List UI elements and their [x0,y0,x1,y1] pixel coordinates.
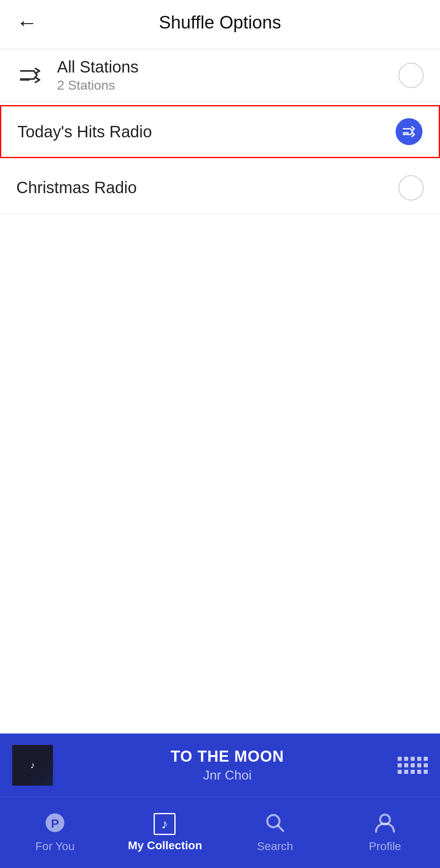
nav-item-search[interactable]: Search [220,797,330,868]
christmas-radio-label: Christmas Radio [16,178,398,197]
list-item-all-stations[interactable]: All Stations 2 Stations [0,49,440,102]
all-stations-radio[interactable] [398,63,424,88]
my-collection-label: My Collection [128,839,202,852]
christmas-radio-radio[interactable] [398,175,424,200]
page-title: Shuffle Options [159,12,281,33]
profile-label: Profile [369,840,401,853]
back-button[interactable]: ← [16,12,37,33]
search-label: Search [257,840,293,853]
now-playing-title: TO THE MOON [65,748,389,765]
nav-item-profile[interactable]: Profile [330,797,440,868]
todays-hits-text: Today's Hits Radio [18,123,396,141]
header: ← Shuffle Options [0,0,440,45]
equalizer-icon [398,757,428,774]
for-you-icon: P [44,812,66,837]
list-item-todays-hits[interactable]: Today's Hits Radio [0,105,440,158]
search-icon [264,812,286,837]
now-playing-bar[interactable]: ♪ TO THE MOON Jnr Choi [0,734,440,797]
shuffle-all-icon [16,64,45,87]
all-stations-label: All Stations [57,58,398,76]
thumb-icon: ♪ [31,760,35,771]
todays-hits-radio[interactable] [396,118,422,145]
profile-icon [374,812,396,837]
todays-hits-label: Today's Hits Radio [18,123,396,141]
now-playing-text: TO THE MOON Jnr Choi [65,748,389,783]
shuffle-options-list: All Stations 2 Stations Today's Hits Rad… [0,49,440,214]
now-playing-artist: Jnr Choi [65,768,389,783]
list-item-christmas-radio[interactable]: Christmas Radio [0,161,440,214]
all-stations-text: All Stations 2 Stations [57,58,398,93]
now-playing-thumbnail: ♪ [12,745,53,786]
nav-item-my-collection[interactable]: ♪ My Collection [110,797,220,868]
for-you-label: For You [35,840,75,853]
nav-item-for-you[interactable]: P For You [0,797,110,868]
christmas-radio-text: Christmas Radio [16,178,398,197]
svg-line-3 [278,826,283,831]
svg-text:P: P [51,817,59,830]
my-collection-icon: ♪ [154,813,176,836]
all-stations-sublabel: 2 Stations [57,78,398,93]
bottom-navigation: P For You ♪ My Collection Search [0,797,440,868]
